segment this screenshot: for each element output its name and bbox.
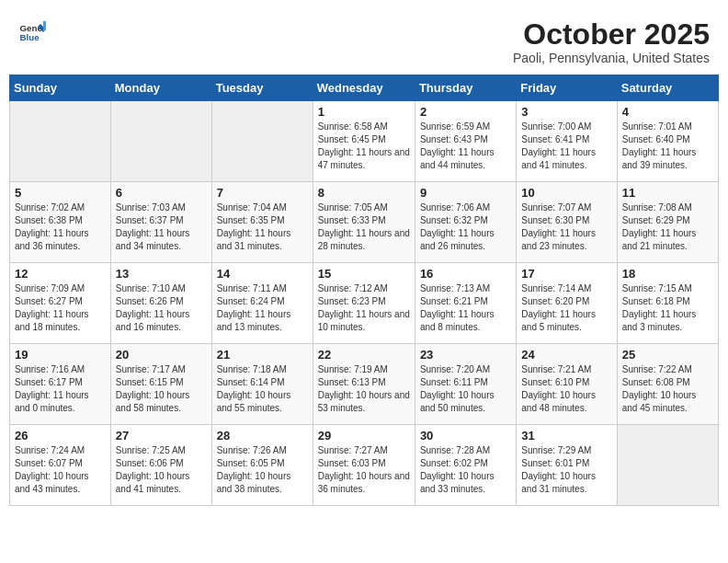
day-info: Sunrise: 7:08 AMSunset: 6:29 PMDaylight:… xyxy=(622,201,713,253)
day-number: 22 xyxy=(318,348,410,362)
day-info: Sunrise: 7:22 AMSunset: 6:08 PMDaylight:… xyxy=(622,363,713,415)
day-number: 4 xyxy=(622,105,713,119)
day-number: 15 xyxy=(318,267,410,281)
calendar-week-3: 12Sunrise: 7:09 AMSunset: 6:27 PMDayligh… xyxy=(10,263,719,344)
calendar-cell: 2Sunrise: 6:59 AMSunset: 6:43 PMDaylight… xyxy=(415,101,516,182)
day-number: 31 xyxy=(521,429,611,442)
day-info: Sunrise: 7:03 AMSunset: 6:37 PMDaylight:… xyxy=(116,201,207,253)
calendar-cell: 1Sunrise: 6:58 AMSunset: 6:45 PMDaylight… xyxy=(313,101,415,182)
day-info: Sunrise: 7:29 AMSunset: 6:01 PMDaylight:… xyxy=(521,444,611,496)
day-number: 23 xyxy=(420,348,511,362)
calendar-cell: 5Sunrise: 7:02 AMSunset: 6:38 PMDaylight… xyxy=(10,182,111,263)
day-info: Sunrise: 7:21 AMSunset: 6:10 PMDaylight:… xyxy=(521,363,611,415)
weekday-header-sunday: Sunday xyxy=(10,75,111,101)
day-number: 13 xyxy=(116,267,207,281)
day-info: Sunrise: 7:14 AMSunset: 6:20 PMDaylight:… xyxy=(521,282,611,334)
day-info: Sunrise: 6:59 AMSunset: 6:43 PMDaylight:… xyxy=(420,121,511,172)
day-info: Sunrise: 7:15 AMSunset: 6:18 PMDaylight:… xyxy=(622,282,713,334)
calendar-cell: 26Sunrise: 7:24 AMSunset: 6:07 PMDayligh… xyxy=(10,425,111,506)
logo-icon: General Blue xyxy=(18,18,46,46)
day-number: 10 xyxy=(521,186,611,200)
day-number: 29 xyxy=(318,429,410,442)
calendar-cell: 15Sunrise: 7:12 AMSunset: 6:23 PMDayligh… xyxy=(313,263,415,344)
calendar-cell: 11Sunrise: 7:08 AMSunset: 6:29 PMDayligh… xyxy=(617,182,718,263)
calendar-week-4: 19Sunrise: 7:16 AMSunset: 6:17 PMDayligh… xyxy=(10,344,719,425)
day-info: Sunrise: 7:28 AMSunset: 6:02 PMDaylight:… xyxy=(420,444,511,496)
day-number: 18 xyxy=(622,267,713,281)
day-number: 28 xyxy=(217,429,308,442)
weekday-header-wednesday: Wednesday xyxy=(313,75,415,101)
day-info: Sunrise: 7:20 AMSunset: 6:11 PMDaylight:… xyxy=(420,363,511,415)
day-info: Sunrise: 7:25 AMSunset: 6:06 PMDaylight:… xyxy=(116,444,207,496)
day-number: 26 xyxy=(15,429,106,442)
calendar-cell: 18Sunrise: 7:15 AMSunset: 6:18 PMDayligh… xyxy=(617,263,718,344)
calendar-cell: 17Sunrise: 7:14 AMSunset: 6:20 PMDayligh… xyxy=(517,263,617,344)
weekday-header-saturday: Saturday xyxy=(617,75,718,101)
day-info: Sunrise: 7:17 AMSunset: 6:15 PMDaylight:… xyxy=(116,363,207,415)
day-number: 30 xyxy=(420,429,511,442)
day-info: Sunrise: 7:16 AMSunset: 6:17 PMDaylight:… xyxy=(15,363,106,415)
day-number: 5 xyxy=(15,186,106,200)
day-info: Sunrise: 7:07 AMSunset: 6:30 PMDaylight:… xyxy=(521,201,611,253)
day-number: 27 xyxy=(116,429,207,442)
day-number: 24 xyxy=(521,348,611,362)
calendar-cell: 24Sunrise: 7:21 AMSunset: 6:10 PMDayligh… xyxy=(517,344,617,425)
calendar-cell xyxy=(211,101,313,182)
weekday-header-row: SundayMondayTuesdayWednesdayThursdayFrid… xyxy=(10,75,719,101)
calendar-cell: 13Sunrise: 7:10 AMSunset: 6:26 PMDayligh… xyxy=(110,263,211,344)
day-number: 14 xyxy=(217,267,308,281)
calendar-cell: 14Sunrise: 7:11 AMSunset: 6:24 PMDayligh… xyxy=(211,263,313,344)
day-number: 17 xyxy=(521,267,611,281)
calendar-cell: 6Sunrise: 7:03 AMSunset: 6:37 PMDaylight… xyxy=(110,182,211,263)
weekday-header-thursday: Thursday xyxy=(415,75,516,101)
day-number: 25 xyxy=(622,348,713,362)
day-info: Sunrise: 7:19 AMSunset: 6:13 PMDaylight:… xyxy=(318,363,410,415)
day-number: 12 xyxy=(15,267,106,281)
day-number: 2 xyxy=(420,105,511,119)
calendar-cell xyxy=(10,101,111,182)
day-info: Sunrise: 7:05 AMSunset: 6:33 PMDaylight:… xyxy=(318,201,410,253)
logo: General Blue xyxy=(18,18,50,46)
day-info: Sunrise: 7:11 AMSunset: 6:24 PMDaylight:… xyxy=(217,282,308,334)
day-number: 9 xyxy=(420,186,511,200)
day-info: Sunrise: 7:02 AMSunset: 6:38 PMDaylight:… xyxy=(15,201,106,253)
day-number: 19 xyxy=(15,348,106,362)
calendar-cell: 8Sunrise: 7:05 AMSunset: 6:33 PMDaylight… xyxy=(313,182,415,263)
calendar-cell: 7Sunrise: 7:04 AMSunset: 6:35 PMDaylight… xyxy=(211,182,313,263)
day-info: Sunrise: 7:06 AMSunset: 6:32 PMDaylight:… xyxy=(420,201,511,253)
day-info: Sunrise: 7:24 AMSunset: 6:07 PMDaylight:… xyxy=(15,444,106,496)
calendar-week-2: 5Sunrise: 7:02 AMSunset: 6:38 PMDaylight… xyxy=(10,182,719,263)
calendar-cell xyxy=(617,425,718,506)
day-number: 7 xyxy=(217,186,308,200)
calendar-cell: 21Sunrise: 7:18 AMSunset: 6:14 PMDayligh… xyxy=(211,344,313,425)
day-info: Sunrise: 7:13 AMSunset: 6:21 PMDaylight:… xyxy=(420,282,511,334)
weekday-header-friday: Friday xyxy=(517,75,617,101)
day-number: 8 xyxy=(318,186,410,200)
location: Paoli, Pennsylvania, United States xyxy=(513,51,710,65)
day-info: Sunrise: 6:58 AMSunset: 6:45 PMDaylight:… xyxy=(318,121,410,172)
day-info: Sunrise: 7:10 AMSunset: 6:26 PMDaylight:… xyxy=(116,282,207,334)
calendar-cell: 3Sunrise: 7:00 AMSunset: 6:41 PMDaylight… xyxy=(517,101,617,182)
day-number: 16 xyxy=(420,267,511,281)
title-section: October 2025 Paoli, Pennsylvania, United… xyxy=(513,18,710,65)
calendar-cell: 30Sunrise: 7:28 AMSunset: 6:02 PMDayligh… xyxy=(415,425,516,506)
calendar-cell: 27Sunrise: 7:25 AMSunset: 6:06 PMDayligh… xyxy=(110,425,211,506)
calendar-cell: 16Sunrise: 7:13 AMSunset: 6:21 PMDayligh… xyxy=(415,263,516,344)
calendar-cell: 29Sunrise: 7:27 AMSunset: 6:03 PMDayligh… xyxy=(313,425,415,506)
day-number: 11 xyxy=(622,186,713,200)
calendar-cell: 22Sunrise: 7:19 AMSunset: 6:13 PMDayligh… xyxy=(313,344,415,425)
calendar-cell: 4Sunrise: 7:01 AMSunset: 6:40 PMDaylight… xyxy=(617,101,718,182)
day-info: Sunrise: 7:00 AMSunset: 6:41 PMDaylight:… xyxy=(521,121,611,172)
calendar-table: SundayMondayTuesdayWednesdayThursdayFrid… xyxy=(9,75,719,506)
day-info: Sunrise: 7:04 AMSunset: 6:35 PMDaylight:… xyxy=(217,201,308,253)
day-number: 20 xyxy=(116,348,207,362)
day-info: Sunrise: 7:26 AMSunset: 6:05 PMDaylight:… xyxy=(217,444,308,496)
month-title: October 2025 xyxy=(513,18,710,51)
svg-text:Blue: Blue xyxy=(20,32,40,42)
calendar-body: 1Sunrise: 6:58 AMSunset: 6:45 PMDaylight… xyxy=(10,101,719,506)
calendar-cell xyxy=(110,101,211,182)
calendar-cell: 28Sunrise: 7:26 AMSunset: 6:05 PMDayligh… xyxy=(211,425,313,506)
calendar-cell: 31Sunrise: 7:29 AMSunset: 6:01 PMDayligh… xyxy=(517,425,617,506)
calendar-cell: 23Sunrise: 7:20 AMSunset: 6:11 PMDayligh… xyxy=(415,344,516,425)
calendar-cell: 25Sunrise: 7:22 AMSunset: 6:08 PMDayligh… xyxy=(617,344,718,425)
